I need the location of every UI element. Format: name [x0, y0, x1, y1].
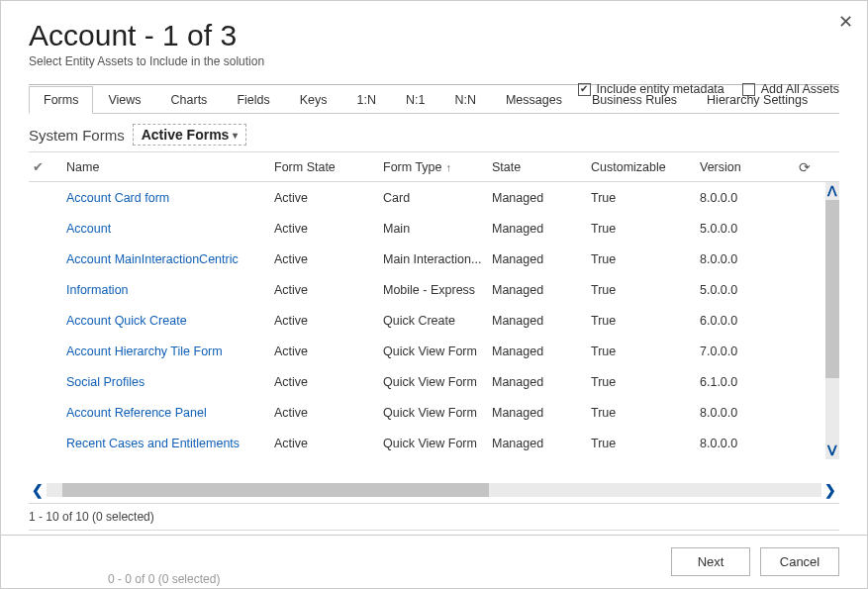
row-name-link[interactable]: Account Card form [62, 191, 270, 205]
filter-value: Active Forms [142, 127, 230, 143]
row-form-state: Active [270, 252, 379, 266]
row-customizable: True [587, 222, 696, 236]
row-version: 7.0.0.0 [696, 344, 795, 358]
row-form-state: Active [270, 191, 379, 205]
table-row[interactable]: Account MainInteractionCentricActiveMain… [29, 244, 825, 274]
next-button[interactable]: Next [671, 547, 750, 576]
row-state: Managed [488, 191, 587, 205]
row-form-state: Active [270, 375, 379, 389]
row-form-type: Main [379, 222, 488, 236]
scroll-down-icon[interactable]: ᐯ [825, 442, 839, 459]
row-customizable: True [587, 437, 696, 450]
col-name[interactable]: Name [62, 160, 270, 174]
row-customizable: True [587, 406, 696, 420]
row-state: Managed [488, 314, 587, 328]
sort-asc-icon: ↑ [446, 161, 452, 173]
hscroll-track[interactable] [47, 483, 821, 497]
scroll-up-icon[interactable]: ᐱ [825, 182, 839, 200]
col-form-type[interactable]: Form Type ↑ [379, 160, 488, 174]
col-customizable[interactable]: Customizable [587, 160, 696, 174]
row-form-type: Main Interaction... [379, 252, 488, 266]
dialog-header: Account - 1 of 3 Select Entity Assets to… [1, 1, 867, 76]
row-name-link[interactable]: Account Hierarchy Tile Form [62, 344, 270, 358]
selection-status: 1 - 10 of 10 (0 selected) [29, 503, 839, 531]
tab-fields[interactable]: Fields [222, 86, 284, 114]
table-row[interactable]: Account Reference PanelActiveQuick View … [29, 397, 825, 428]
tab-forms[interactable]: Forms [29, 86, 93, 114]
tab-keys[interactable]: Keys [285, 86, 342, 114]
row-version: 8.0.0.0 [696, 437, 795, 450]
row-customizable: True [587, 344, 696, 358]
row-version: 5.0.0.0 [696, 222, 795, 236]
tab-n-n[interactable]: N:N [439, 86, 491, 114]
page-subtitle: Select Entity Assets to Include in the s… [29, 54, 839, 68]
row-name-link[interactable]: Recent Cases and Entitlements [62, 437, 270, 450]
page-title: Account - 1 of 3 [29, 19, 839, 52]
row-form-type: Card [379, 191, 488, 205]
tab-1-n[interactable]: 1:N [342, 86, 391, 114]
table-row[interactable]: Recent Cases and EntitlementsActiveQuick… [29, 428, 825, 458]
row-customizable: True [587, 191, 696, 205]
row-state: Managed [488, 375, 587, 389]
row-name-link[interactable]: Social Profiles [62, 375, 270, 389]
system-forms-label: System Forms [29, 127, 125, 144]
row-version: 8.0.0.0 [696, 406, 795, 420]
row-form-state: Active [270, 222, 379, 236]
col-state[interactable]: State [488, 160, 587, 174]
row-form-type: Mobile - Express [379, 283, 488, 297]
row-state: Managed [488, 283, 587, 297]
tab-charts[interactable]: Charts [156, 86, 223, 114]
chevron-down-icon: ▾ [233, 130, 238, 141]
col-form-state[interactable]: Form State [270, 160, 379, 174]
close-icon[interactable]: ✕ [838, 11, 853, 33]
tab-n-1[interactable]: N:1 [391, 86, 439, 114]
tab-business-rules[interactable]: Business Rules [577, 86, 692, 114]
row-form-state: Active [270, 406, 379, 420]
row-form-state: Active [270, 283, 379, 297]
scroll-left-icon[interactable]: ❮ [29, 482, 47, 498]
refresh-icon[interactable]: ⟳ [795, 159, 824, 175]
row-name-link[interactable]: Account [62, 222, 270, 236]
col-version[interactable]: Version [696, 160, 795, 174]
table-row[interactable]: Account Card formActiveCardManagedTrue8.… [29, 182, 825, 213]
row-version: 8.0.0.0 [696, 191, 795, 205]
row-form-state: Active [270, 314, 379, 328]
scrollbar-thumb[interactable] [825, 200, 839, 378]
row-form-state: Active [270, 437, 379, 450]
tab-views[interactable]: Views [93, 86, 155, 114]
table-row[interactable]: InformationActiveMobile - ExpressManaged… [29, 274, 825, 305]
row-state: Managed [488, 252, 587, 266]
row-name-link[interactable]: Account Reference Panel [62, 406, 270, 420]
grid-header-row: ✔ Name Form State Form Type ↑ State Cust… [29, 152, 839, 182]
row-version: 5.0.0.0 [696, 283, 795, 297]
horizontal-scrollbar: ❮ ❯ [29, 481, 839, 499]
tab-messages[interactable]: Messages [491, 86, 577, 114]
row-state: Managed [488, 406, 587, 420]
hscroll-thumb[interactable] [62, 483, 489, 497]
row-form-type: Quick View Form [379, 344, 488, 358]
cancel-button[interactable]: Cancel [760, 547, 839, 576]
row-name-link[interactable]: Account MainInteractionCentric [62, 252, 270, 266]
row-form-type: Quick View Form [379, 406, 488, 420]
grid-body: ᐱ ᐯ Account Card formActiveCardManagedTr… [29, 182, 839, 459]
scroll-right-icon[interactable]: ❯ [821, 482, 839, 498]
select-all-checkbox[interactable]: ✔ [29, 159, 62, 174]
row-form-type: Quick View Form [379, 375, 488, 389]
forms-grid: ✔ Name Form State Form Type ↑ State Cust… [29, 151, 839, 481]
table-row[interactable]: Social ProfilesActiveQuick View FormMana… [29, 366, 825, 397]
table-row[interactable]: AccountActiveMainManagedTrue5.0.0.0 [29, 213, 825, 244]
background-status: 0 - 0 of 0 (0 selected) [108, 572, 220, 586]
row-state: Managed [488, 344, 587, 358]
table-row[interactable]: Account Hierarchy Tile FormActiveQuick V… [29, 336, 825, 366]
row-name-link[interactable]: Account Quick Create [62, 314, 270, 328]
row-form-type: Quick View Form [379, 437, 488, 450]
row-customizable: True [587, 375, 696, 389]
row-form-type: Quick Create [379, 314, 488, 328]
active-forms-dropdown[interactable]: Active Forms ▾ [133, 124, 247, 146]
table-row[interactable]: Account Quick CreateActiveQuick CreateMa… [29, 305, 825, 336]
row-version: 6.0.0.0 [696, 314, 795, 328]
tab-bar: FormsViewsChartsFieldsKeys1:NN:1N:NMessa… [29, 85, 839, 114]
row-name-link[interactable]: Information [62, 283, 270, 297]
tab-hierarchy-settings[interactable]: Hierarchy Settings [692, 86, 822, 114]
grid-subheader: System Forms Active Forms ▾ [29, 124, 839, 146]
